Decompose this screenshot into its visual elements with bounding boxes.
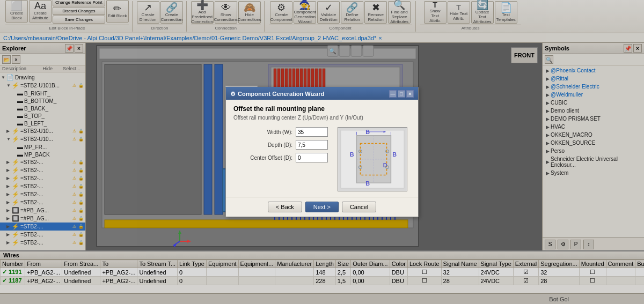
- dialog-maximize-button[interactable]: □: [398, 90, 405, 98]
- dialog-titlebar: ⚙ Component Generation Wizard — □ ×: [226, 88, 418, 100]
- dialog-form: Width (W): Depth (D): Center Offset (D):: [233, 127, 328, 162]
- dialog-row-width: Width (W):: [233, 127, 328, 137]
- dialog-subtitle: Offset rail mounting center Z (Up/Down) …: [233, 115, 411, 121]
- dialog-title-icon: ⚙: [230, 91, 236, 98]
- dialog-back-button[interactable]: < Back: [268, 202, 302, 212]
- dialog-title-area: ⚙ Component Generation Wizard: [230, 91, 324, 98]
- dialog-form-area: Width (W): Depth (D): Center Offset (D):: [233, 127, 328, 191]
- dialog-row-depth: Depth (D):: [233, 140, 328, 150]
- dialog-preview-svg: B B B B D: [338, 128, 407, 191]
- svg-text:D: D: [383, 162, 387, 168]
- dialog-preview: B B B B D: [338, 127, 407, 191]
- dialog-titlebar-buttons: — □ ×: [389, 90, 414, 98]
- dialog-close-button[interactable]: ×: [406, 90, 414, 98]
- dialog-footer: < Back Next > Cancel: [226, 197, 418, 217]
- dialog-input-depth[interactable]: [296, 140, 328, 150]
- dialog-preview-container: B B B B D: [332, 127, 407, 191]
- dialog-input-center-offset[interactable]: [296, 153, 328, 162]
- dialog-label-center-offset: Center Offset (D):: [233, 155, 292, 161]
- dialog-row-center-offset: Center Offset (D):: [233, 153, 328, 162]
- svg-text:B: B: [365, 180, 370, 187]
- dialog-title-text: Component Generation Wizard: [238, 91, 324, 97]
- dialog-content: Width (W): Depth (D): Center Offset (D):: [233, 127, 411, 191]
- dialog-next-button[interactable]: Next >: [305, 202, 339, 212]
- dialog-cancel-button[interactable]: Cancel: [342, 202, 376, 212]
- svg-text:B: B: [350, 151, 354, 158]
- component-gen-wizard-dialog: ⚙ Component Generation Wizard — □ × Offs…: [225, 87, 419, 217]
- dialog-label-depth: Depth (D):: [233, 142, 292, 148]
- svg-text:B: B: [392, 151, 397, 158]
- dialog-body: Offset the rail mounting plane Offset ra…: [226, 100, 418, 197]
- dialog-input-width[interactable]: [296, 127, 328, 137]
- dialog-overlay: ⚙ Component Generation Wizard — □ × Offs…: [0, 0, 644, 304]
- dialog-heading: Offset the rail mounting plane: [233, 105, 411, 113]
- dialog-minimize-button[interactable]: —: [389, 90, 397, 98]
- dialog-label-width: Width (W):: [233, 129, 292, 135]
